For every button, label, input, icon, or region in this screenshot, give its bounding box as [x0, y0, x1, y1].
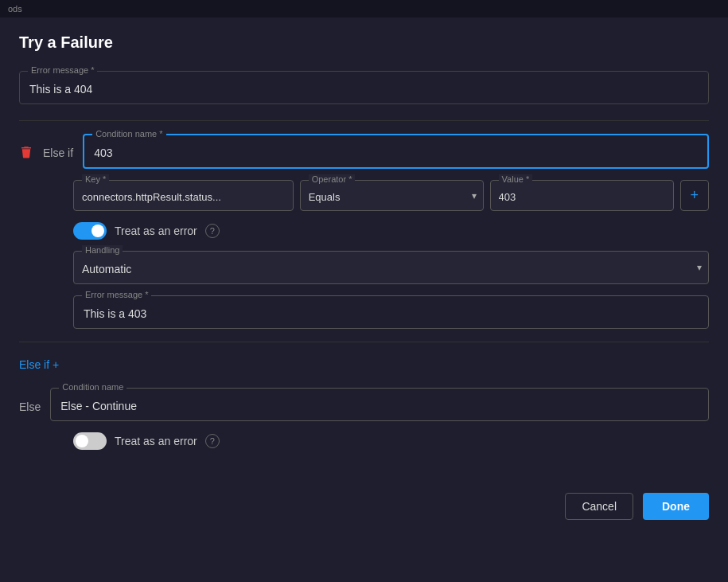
treat-as-error-toggle[interactable]: [73, 222, 107, 240]
top-error-message-wrapper: Error message *: [19, 71, 709, 104]
operator-wrapper: Operator * Equals Not Equals Contains Gr…: [300, 180, 484, 211]
condition-name-label: Condition name *: [92, 129, 165, 139]
else-if-row: Else if Condition name *: [19, 134, 709, 169]
key-wrapper: Key *: [73, 180, 294, 211]
divider-2: [19, 342, 709, 342]
else-row: Else Condition name: [19, 388, 709, 421]
else-if-error-message-wrapper: Error message *: [73, 295, 709, 329]
else-if-error-message-input[interactable]: [74, 296, 708, 328]
else-condition-name-label: Condition name: [59, 382, 127, 392]
else-label: Else: [19, 400, 41, 413]
done-button[interactable]: Done: [643, 493, 709, 520]
value-wrapper: Value *: [490, 180, 674, 211]
top-error-message-label: Error message *: [28, 65, 97, 75]
key-label: Key *: [82, 174, 109, 184]
treat-as-error-help-icon[interactable]: ?: [205, 224, 220, 238]
top-error-message-group: Error message *: [19, 71, 709, 104]
top-bar-text: ods: [8, 4, 22, 14]
add-condition-button[interactable]: +: [680, 180, 710, 211]
operator-label: Operator *: [309, 174, 356, 184]
value-label: Value *: [499, 174, 533, 184]
toggle-knob: [91, 225, 104, 237]
else-if-error-message-label: Error message *: [82, 290, 151, 299]
trash-icon: [19, 145, 33, 159]
handling-wrapper: Handling Automatic Manual ▾: [73, 251, 709, 284]
else-if-block: Else if Condition name * Key * Operator …: [19, 134, 709, 329]
top-error-message-input[interactable]: [20, 72, 708, 104]
treat-as-error-label: Treat as an error: [115, 225, 197, 237]
top-bar: ods: [0, 0, 728, 18]
else-treat-as-error-toggle[interactable]: [73, 432, 107, 450]
else-toggle-knob: [76, 435, 88, 447]
delete-condition-button[interactable]: [19, 145, 33, 162]
else-if-label: Else if: [43, 146, 73, 159]
cancel-button[interactable]: Cancel: [565, 493, 633, 520]
else-treat-as-error-row: Treat as an error ?: [73, 432, 709, 450]
modal-footer: Cancel Done: [0, 477, 728, 520]
modal: ods Try a Failure Error message * Else i…: [0, 0, 728, 582]
toggle-slider: [73, 222, 107, 240]
key-input[interactable]: [74, 181, 293, 210]
value-input[interactable]: [491, 181, 673, 210]
else-block: Else Condition name Treat as an error ?: [19, 388, 709, 450]
else-if-add-link[interactable]: Else if +: [19, 358, 59, 371]
else-treat-as-error-help-icon[interactable]: ?: [205, 434, 220, 448]
else-treat-as-error-label: Treat as an error: [115, 435, 197, 447]
else-condition-name-wrapper: Condition name: [50, 388, 709, 421]
condition-name-wrapper: Condition name *: [83, 134, 709, 169]
operator-select[interactable]: Equals Not Equals Contains Greater Than …: [301, 181, 483, 210]
modal-title: Try a Failure: [19, 33, 709, 52]
condition-name-input[interactable]: [84, 135, 707, 167]
handling-select[interactable]: Automatic Manual: [74, 252, 708, 283]
divider-1: [19, 120, 709, 121]
modal-content: Try a Failure Error message * Else if: [0, 18, 728, 477]
handling-label: Handling: [82, 245, 123, 255]
treat-as-error-row: Treat as an error ?: [73, 222, 709, 240]
else-toggle-slider: [73, 432, 107, 450]
kov-row: Key * Operator * Equals Not Equals Conta…: [73, 180, 709, 211]
else-condition-name-input[interactable]: [51, 389, 708, 420]
